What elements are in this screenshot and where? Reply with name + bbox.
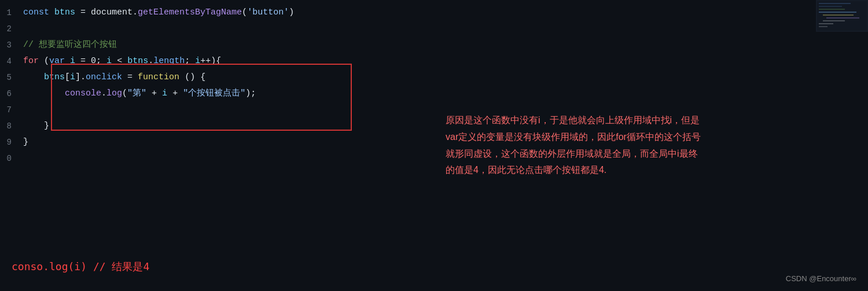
line-num-0: 0 xyxy=(0,150,19,167)
code-line-7: 7 xyxy=(0,102,422,118)
line-num-7: 7 xyxy=(0,102,19,118)
code-line-2: 2 xyxy=(0,21,422,37)
line-num-1: 1 xyxy=(0,5,19,21)
line-content-3: // 想要监听这四个按钮 xyxy=(19,37,422,53)
console-output-area: conso.log(i) // 结果是4 xyxy=(12,260,149,274)
code-line-5: 5 btns[i].onclick = function () { xyxy=(0,69,422,86)
line-content-5: btns[i].onclick = function () { xyxy=(19,69,422,86)
line-num-9: 9 xyxy=(0,134,19,150)
code-line-6: 6 console.log("第" + i + "个按钮被点击"); xyxy=(0,86,422,102)
code-line-3: 3 // 想要监听这四个按钮 xyxy=(0,37,422,53)
minimap xyxy=(816,0,868,32)
line-num-3: 3 xyxy=(0,37,19,53)
line-content-1: const btns = document.getElementsByTagNa… xyxy=(19,5,422,21)
line-content-9: } xyxy=(19,134,422,150)
code-line-9: 9 } xyxy=(0,134,422,150)
line-num-8: 8 xyxy=(0,118,19,134)
main-container: 1 const btns = document.getElementsByTag… xyxy=(0,0,868,291)
line-num-5: 5 xyxy=(0,69,19,86)
minimap-svg xyxy=(816,0,868,32)
line-content-6: console.log("第" + i + "个按钮被点击"); xyxy=(19,86,422,102)
line-num-2: 2 xyxy=(0,21,19,37)
line-num-4: 4 xyxy=(0,53,19,69)
code-line-1: 1 const btns = document.getElementsByTag… xyxy=(0,5,422,21)
line-content-8: } xyxy=(19,118,422,134)
line-num-6: 6 xyxy=(0,86,19,102)
code-line-8: 8 } xyxy=(0,118,422,134)
code-line-4: 4 for (var i = 0; i < btns.length; i++){ xyxy=(0,53,422,69)
watermark-text: CSDN @Encounter∞ xyxy=(786,274,856,283)
code-line-0: 0 xyxy=(0,150,422,167)
code-panel: 1 const btns = document.getElementsByTag… xyxy=(0,0,422,291)
line-content-4: for (var i = 0; i < btns.length; i++){ xyxy=(19,53,422,69)
explanation-text: 原因是这个函数中没有i，于是他就会向上级作用域中找i，但是 var定义的变量是没… xyxy=(446,112,851,179)
explanation-panel: 原因是这个函数中没有i，于是他就会向上级作用域中找i，但是 var定义的变量是没… xyxy=(422,0,868,291)
console-log-line: conso.log(i) // 结果是4 xyxy=(12,260,149,272)
watermark: CSDN @Encounter∞ xyxy=(786,274,856,284)
